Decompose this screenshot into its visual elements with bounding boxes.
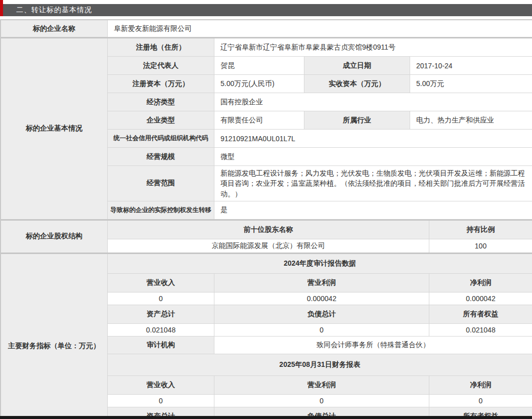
auditor-row: 审计机构 致同会计师事务所（特殊普通合伙） xyxy=(108,336,532,354)
auditor-label: 审计机构 xyxy=(108,337,214,354)
report-title-row: 2025年08月31日财务报表 xyxy=(108,354,532,375)
financial-value-row: 0 0.000042 0.000042 xyxy=(108,292,532,305)
shareholding-group-label: 标的企业股权结构 xyxy=(1,221,107,253)
row-value: 是 xyxy=(214,201,532,219)
financial-value: 0.021048 xyxy=(108,324,214,336)
row-label: 法定代表人 xyxy=(108,57,214,74)
row-value: 2017-10-24 xyxy=(410,57,532,74)
row-label: 统一社会信用代码或组织机构代码 xyxy=(108,130,214,147)
column-header: 资产总计 xyxy=(108,305,214,323)
auditor-value: 致同会计师事务所（特殊普通合伙） xyxy=(214,337,532,354)
financial-value: 0 xyxy=(108,395,214,407)
column-header: 负债总计 xyxy=(214,305,429,323)
row-label: 经营范围 xyxy=(108,166,214,201)
shareholding-section: 标的企业股权结构 前十位股东名称 持有比例 京能国际能源发展（北京）有限公司 1… xyxy=(1,219,532,253)
column-header-holding-ratio: 持有比例 xyxy=(429,221,532,239)
row-label: 所属行业 xyxy=(304,111,410,129)
row-value: 91210921MA0UL01L7L xyxy=(214,130,532,147)
column-header: 营业收入 xyxy=(108,376,214,394)
row-label: 经济类型 xyxy=(108,93,214,111)
row-label: 注册资本（万元） xyxy=(108,75,214,93)
basic-info-group-label: 标的企业基本情况 xyxy=(1,38,107,219)
column-header: 净利润 xyxy=(429,274,532,292)
section-title: 二、转让标的基本情况 xyxy=(3,4,532,16)
row-label: 企业类型 xyxy=(108,111,214,129)
row-label: 成立日期 xyxy=(304,57,410,74)
row-value: 有限责任公司 xyxy=(214,111,304,129)
financial-value: 0.000042 xyxy=(429,292,532,305)
row-label: 经营规模 xyxy=(108,148,214,165)
shareholder-row: 京能国际能源发展（北京）有限公司 100 xyxy=(108,239,532,253)
row-value: 国有控股企业 xyxy=(214,93,532,111)
row-value: 电力、热力生产和供应业 xyxy=(410,111,532,129)
financial-value-row: 0 0 0 xyxy=(108,394,532,407)
section-title-bar: 二、转让标的基本情况 xyxy=(0,0,532,16)
row-value: 新能源发电工程设计服务；风力发电；光伏发电；生物质发电；光伏项目开发及运维；新能… xyxy=(214,166,532,201)
table-row: 统一社会信用代码或组织机构代码 91210921MA0UL01L7L xyxy=(108,129,532,147)
table-row: 经营范围 新能源发电工程设计服务；风力发电；光伏发电；生物质发电；光伏项目开发及… xyxy=(108,165,532,201)
table-row: 企业类型 有限责任公司 所属行业 电力、热力生产和供应业 xyxy=(108,111,532,129)
row-label: 导致标的企业的实际控制权发生转移 xyxy=(108,201,214,219)
column-header: 营业利润 xyxy=(214,274,429,292)
financial-value-row: 0.021048 0 0.021048 xyxy=(108,323,532,336)
shareholder-name: 京能国际能源发展（北京）有限公司 xyxy=(108,239,429,253)
basic-info-section: 标的企业基本情况 注册地（住所） 辽宁省阜新市辽宁省阜新市阜蒙县蒙古贞宾馆9楼0… xyxy=(1,37,532,219)
financials-section: 主要财务指标（单位：万元） 2024年度审计报告数据 营业收入 营业利润 净利润… xyxy=(1,253,532,419)
report-title-row: 2024年度审计报告数据 xyxy=(108,254,532,273)
target-name-value: 阜新爱友新能源有限公司 xyxy=(108,20,532,37)
table-row: 导致标的企业的实际控制权发生转移 是 xyxy=(108,201,532,219)
table-row: 经济类型 国有控股企业 xyxy=(108,93,532,111)
table-row: 法定代表人 贺昆 成立日期 2017-10-24 xyxy=(108,56,532,74)
column-header: 净利润 xyxy=(429,376,532,394)
column-header: 营业利润 xyxy=(214,376,429,394)
row-value: 5.00万元 xyxy=(410,75,532,93)
financial-value: 0 xyxy=(214,395,429,407)
transfer-target-table: 标的企业名称 阜新爱友新能源有限公司 标的企业基本情况 注册地（住所） 辽宁省阜… xyxy=(0,19,532,419)
financial-header-row: 营业收入 营业利润 净利润 xyxy=(108,375,532,394)
holding-ratio: 100 xyxy=(429,239,532,253)
financial-value: 0.021048 xyxy=(429,324,532,336)
row-value: 5.00万元(人民币) xyxy=(214,75,304,93)
report-title: 2024年度审计报告数据 xyxy=(108,254,532,273)
financials-group-label: 主要财务指标（单位：万元） xyxy=(1,254,107,419)
column-header: 营业收入 xyxy=(108,274,214,292)
target-name-label: 标的企业名称 xyxy=(1,20,107,37)
financial-header-row: 营业收入 营业利润 净利润 xyxy=(108,273,532,292)
target-name-section: 标的企业名称 阜新爱友新能源有限公司 xyxy=(1,19,532,37)
financial-header-row: 资产总计 负债总计 所有者权益 xyxy=(108,305,532,323)
report-title: 2025年08月31日财务报表 xyxy=(108,354,532,375)
row-label: 注册地（住所） xyxy=(108,38,214,56)
table-row: 注册资本（万元） 5.00万元(人民币) 实收资本（万元） 5.00万元 xyxy=(108,74,532,93)
column-header: 所有者权益 xyxy=(429,305,532,323)
table-row: 注册地（住所） 辽宁省阜新市辽宁省阜新市阜蒙县蒙古贞宾馆9楼0911号 xyxy=(108,38,532,56)
financial-value: 0 xyxy=(214,324,429,336)
row-value: 贺昆 xyxy=(214,57,304,74)
row-value: 微型 xyxy=(214,148,532,165)
row-label: 实收资本（万元） xyxy=(304,75,410,93)
bottom-divider-bar xyxy=(0,416,532,419)
financial-value: 0 xyxy=(108,292,214,305)
financial-value: 0.000042 xyxy=(214,292,429,305)
table-row: 经营规模 微型 xyxy=(108,147,532,165)
row-value: 辽宁省阜新市辽宁省阜新市阜蒙县蒙古贞宾馆9楼0911号 xyxy=(214,38,532,56)
shareholder-header-row: 前十位股东名称 持有比例 xyxy=(108,221,532,239)
column-header-shareholder-name: 前十位股东名称 xyxy=(108,221,429,239)
financial-value: 0 xyxy=(429,395,532,407)
